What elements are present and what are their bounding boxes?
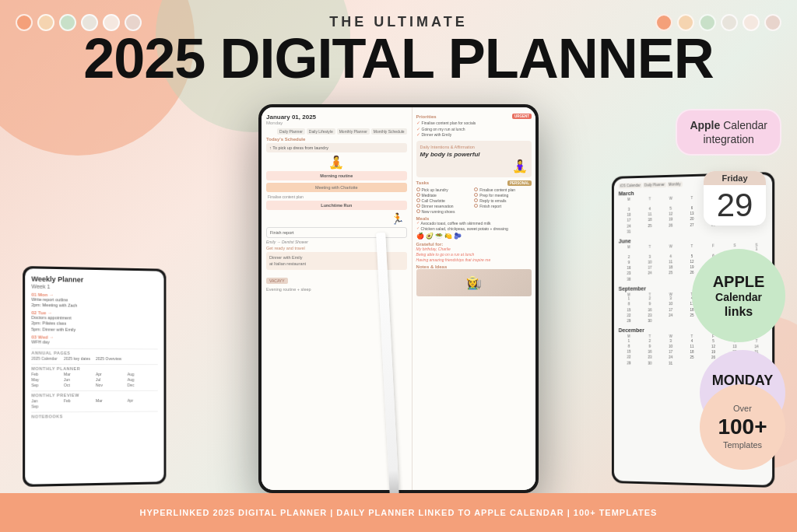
urgent-badge: URGENT — [512, 114, 532, 119]
date-badge-day: Friday — [704, 171, 766, 185]
nav-monthly[interactable]: Monthly Planner — [337, 128, 370, 135]
s-d8: 8 — [619, 302, 640, 307]
task-8: Finish report — [474, 204, 532, 208]
dot-r2 — [677, 14, 694, 31]
task-circle-9 — [416, 209, 420, 213]
j-d25: 25 — [660, 271, 681, 277]
d-d1: 1 — [619, 338, 640, 344]
d-d8: 8 — [619, 344, 640, 349]
cal-btn-3[interactable]: Monthly — [667, 181, 683, 187]
task-circle-8 — [474, 204, 478, 208]
monthly-planner-grid: 2025 Calendar 2025 key dates 2025 Overvi… — [31, 356, 157, 362]
prev-sep: Sep — [31, 404, 63, 408]
task-2: Finalise content plan — [474, 187, 532, 192]
month-may: May — [31, 377, 63, 382]
priorities-header: Priorities URGENT — [416, 114, 532, 119]
d-d12: 12 — [703, 344, 725, 349]
bottom-banner: HYPERLINKED 2025 DIGITAL PLANNER | DAILY… — [0, 493, 797, 532]
priority-item-1: ✓ Finalise content plan for socials — [416, 121, 532, 126]
main-container: THE ULTIMATE 2025 DIGITAL PLANNER Weekly… — [0, 0, 797, 532]
dot-4 — [81, 14, 98, 31]
tasks-section: Tasks PERSONAL Pick up laundry Finalise … — [416, 180, 532, 214]
task-4: Prep for meeting — [474, 193, 532, 198]
s-d17: 17 — [660, 307, 681, 313]
s-d29: 29 — [619, 319, 640, 324]
tablet-main-screen: January 01, 2025 Monday Daily Planner Da… — [262, 107, 535, 490]
cal-btn-2[interactable]: Daily Planner — [643, 182, 666, 188]
d-d14: 14 — [746, 345, 767, 350]
tasks-title: Tasks — [416, 180, 430, 185]
nav-schedule[interactable]: Monthly Schedule — [371, 128, 407, 135]
task-text-2: Finalise content plan — [479, 187, 515, 192]
food-icon-4: 🍋 — [444, 233, 452, 240]
task-text-8: Finish report — [479, 204, 501, 208]
daily-right: Priorities URGENT ✓ Finalise content pla… — [413, 107, 535, 490]
j-d30: 30 — [619, 277, 640, 282]
d-d5: 5 — [703, 338, 725, 344]
month-aug: Aug — [128, 372, 158, 376]
personal-badge: PERSONAL — [507, 180, 532, 186]
task-text-9: New running shoes — [422, 209, 455, 214]
templates-badge: Over 100+ Templates — [700, 384, 785, 470]
task-circle-2 — [474, 187, 478, 191]
date-badge: Friday 29 — [704, 171, 766, 226]
task-text-4: Prep for meeting — [479, 193, 508, 198]
nav-daily[interactable]: Daily Planner — [277, 128, 305, 135]
prev-mar: Mar — [96, 398, 127, 403]
apple-links-text: APPLE Calendar links — [713, 272, 765, 319]
month-3: 2025 Overview — [96, 356, 127, 361]
month-feb: Feb — [31, 372, 63, 376]
s-d15: 15 — [619, 307, 640, 313]
finish-report-box: Finish report — [266, 227, 407, 238]
s-d9: 9 — [639, 302, 660, 307]
d-d13: 13 — [724, 344, 746, 349]
dot-3 — [59, 14, 76, 31]
check-1: ✓ — [416, 121, 420, 125]
schedule-finalize: Finalise content plan — [266, 194, 407, 199]
nav-lifestyle[interactable]: Daily Lifestyle — [307, 128, 335, 135]
month-aug2: Aug — [128, 377, 158, 382]
d-d29: 29 — [619, 361, 640, 366]
month-mar: Mar — [64, 372, 95, 376]
task-3: Meditate — [416, 193, 474, 198]
month-apr: Apr — [96, 372, 127, 376]
check-3: ✓ — [416, 132, 420, 137]
task-text-7: Dinner reservation — [422, 204, 454, 208]
d-d15: 15 — [619, 349, 640, 355]
d-d18: 18 — [681, 350, 702, 355]
month-2: 2025 key dates — [64, 356, 95, 361]
dot-r4 — [721, 14, 738, 31]
apple-calendar-text: Apple Calendarintegration — [690, 118, 767, 146]
food-icon-2: 🥑 — [426, 233, 434, 240]
task-grid: Pick up laundry Finalise content plan Me… — [416, 187, 532, 214]
task-circle-7 — [416, 204, 420, 208]
schedule-item-morning: Morning routine — [266, 171, 407, 180]
month-jul: Jul — [96, 377, 127, 382]
d-d19: 19 — [703, 350, 725, 355]
d-d9: 9 — [639, 344, 660, 349]
m-d31: 31 — [619, 229, 640, 236]
task-circle-1 — [416, 187, 420, 191]
number-word: 100+ — [718, 414, 767, 440]
food-icons: 🍎 🥑 🥗 🍋 🫐 — [416, 233, 532, 240]
task-text-6: Reply to emails — [479, 198, 506, 203]
month-nov: Nov — [96, 383, 127, 387]
check-2: ✓ — [416, 127, 420, 131]
priorities-section: Priorities URGENT ✓ Finalise content pla… — [416, 114, 532, 138]
d-d30: 30 — [639, 361, 660, 366]
tablet-left: Weekly Planner Week 1 01 Mon → Write rep… — [23, 266, 166, 487]
d-d10: 10 — [660, 344, 681, 349]
meal-check-2: ✓ — [416, 226, 420, 230]
d-d4: 4 — [681, 338, 702, 344]
month-dec: Dec — [128, 383, 158, 387]
color-dots-left — [16, 14, 142, 31]
task-5: Call Charlotte — [416, 198, 474, 203]
s-d24: 24 — [660, 313, 681, 318]
d-d16: 16 — [639, 349, 660, 355]
figure-1: 🧘 — [266, 155, 407, 170]
cal-btn-1[interactable]: iOS Calendar — [619, 183, 642, 189]
weekly-day-tue: 02 Tue → Doctors appointment2pm: Pilates… — [31, 310, 157, 333]
grateful-2: Being able to go on a run at lunch — [416, 252, 532, 257]
notebooks-label: NOTEBOOKS — [31, 411, 157, 418]
d-d11: 11 — [681, 344, 702, 349]
